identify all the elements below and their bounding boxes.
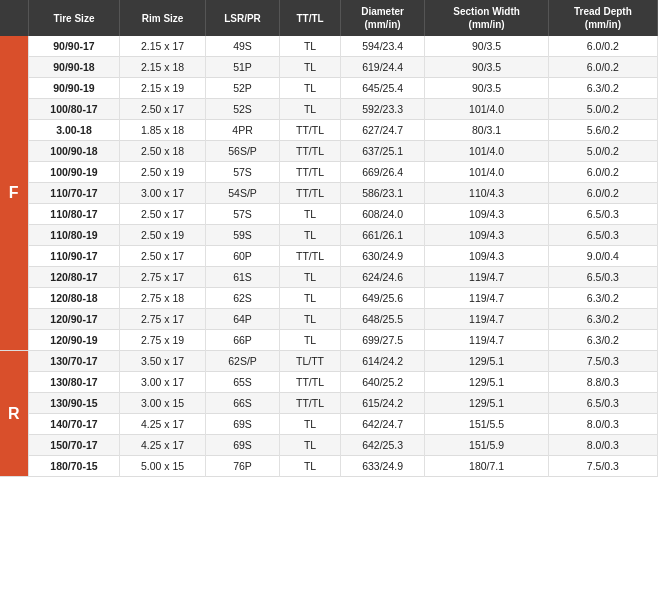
tt-tl-cell: TL [280, 225, 340, 246]
diameter-cell: 615/24.2 [340, 393, 425, 414]
tt-tl-cell: TL [280, 204, 340, 225]
lsr-pr-cell: 62S/P [205, 351, 280, 372]
tire-size-cell: 120/90-19 [28, 330, 120, 351]
tt-tl-cell: TL [280, 57, 340, 78]
diameter-cell: 608/24.0 [340, 204, 425, 225]
lsr-pr-cell: 60P [205, 246, 280, 267]
table-row: 110/80-172.50 x 1757STL608/24.0109/4.36.… [0, 204, 658, 225]
lsr-pr-cell: 49S [205, 36, 280, 57]
tread-depth-cell: 6.5/0.3 [548, 225, 657, 246]
rim-size-cell: 2.50 x 19 [120, 225, 205, 246]
tire-size-cell: 100/80-17 [28, 99, 120, 120]
lsr-pr-cell: 69S [205, 435, 280, 456]
lsr-pr-cell: 57S [205, 204, 280, 225]
table-row: 110/90-172.50 x 1760PTT/TL630/24.9109/4.… [0, 246, 658, 267]
section-width-cell: 80/3.1 [425, 120, 548, 141]
tread-depth-header: Tread Depth(mm/in) [548, 0, 657, 36]
table-row: 130/80-173.00 x 1765STT/TL640/25.2129/5.… [0, 372, 658, 393]
diameter-cell: 619/24.4 [340, 57, 425, 78]
section-width-cell: 119/4.7 [425, 288, 548, 309]
tt-tl-cell: TT/TL [280, 162, 340, 183]
tt-tl-cell: TT/TL [280, 246, 340, 267]
tire-size-cell: 90/90-18 [28, 57, 120, 78]
table-row: 140/70-174.25 x 1769STL642/24.7151/5.58.… [0, 414, 658, 435]
tire-size-cell: 140/70-17 [28, 414, 120, 435]
tire-size-cell: 130/80-17 [28, 372, 120, 393]
table-row: 90/90-182.15 x 1851PTL619/24.490/3.56.0/… [0, 57, 658, 78]
tread-depth-cell: 6.0/0.2 [548, 57, 657, 78]
tt-tl-cell: TL [280, 414, 340, 435]
section-width-header: Section Width(mm/in) [425, 0, 548, 36]
diameter-cell: 699/27.5 [340, 330, 425, 351]
tire-size-cell: 150/70-17 [28, 435, 120, 456]
diameter-cell: 661/26.1 [340, 225, 425, 246]
diameter-cell: 592/23.3 [340, 99, 425, 120]
tire-specs-table: Tire Size Rim Size LSR/PR TT/TL Diameter… [0, 0, 658, 477]
table-row: 3.00-181.85 x 184PRTT/TL627/24.780/3.15.… [0, 120, 658, 141]
tire-size-cell: 90/90-17 [28, 36, 120, 57]
lsr-pr-cell: 64P [205, 309, 280, 330]
tread-depth-cell: 6.5/0.3 [548, 204, 657, 225]
rim-size-cell: 1.85 x 18 [120, 120, 205, 141]
tread-depth-cell: 6.5/0.3 [548, 267, 657, 288]
table-row: 120/80-182.75 x 1862STL649/25.6119/4.76.… [0, 288, 658, 309]
table-row: F90/90-172.15 x 1749STL594/23.490/3.56.0… [0, 36, 658, 57]
rim-size-cell: 2.50 x 17 [120, 99, 205, 120]
section-width-cell: 101/4.0 [425, 162, 548, 183]
tread-depth-cell: 7.5/0.3 [548, 456, 657, 477]
section-width-cell: 90/3.5 [425, 78, 548, 99]
rim-size-cell: 2.50 x 18 [120, 141, 205, 162]
section-width-cell: 129/5.1 [425, 351, 548, 372]
rim-size-cell: 2.15 x 19 [120, 78, 205, 99]
tt-tl-cell: TT/TL [280, 120, 340, 141]
tt-tl-cell: TL [280, 99, 340, 120]
rim-size-cell: 3.00 x 17 [120, 183, 205, 204]
tire-size-cell: 180/70-15 [28, 456, 120, 477]
section-width-cell: 109/4.3 [425, 246, 548, 267]
table-row: 110/80-192.50 x 1959STL661/26.1109/4.36.… [0, 225, 658, 246]
table-row: 120/90-192.75 x 1966PTL699/27.5119/4.76.… [0, 330, 658, 351]
table-row: 100/80-172.50 x 1752STL592/23.3101/4.05.… [0, 99, 658, 120]
table-row: 110/70-173.00 x 1754S/PTT/TL586/23.1110/… [0, 183, 658, 204]
lsr-pr-cell: 59S [205, 225, 280, 246]
tire-size-cell: 100/90-18 [28, 141, 120, 162]
rim-size-cell: 5.00 x 15 [120, 456, 205, 477]
tt-tl-cell: TL [280, 456, 340, 477]
tire-size-cell: 110/70-17 [28, 183, 120, 204]
tire-size-cell: 3.00-18 [28, 120, 120, 141]
tt-tl-cell: TL [280, 78, 340, 99]
tire-size-cell: 110/80-19 [28, 225, 120, 246]
section-width-cell: 90/3.5 [425, 36, 548, 57]
rim-size-cell: 3.00 x 17 [120, 372, 205, 393]
diameter-cell: 669/26.4 [340, 162, 425, 183]
tt-tl-cell: TL [280, 36, 340, 57]
rim-size-cell: 3.50 x 17 [120, 351, 205, 372]
diameter-cell: 642/24.7 [340, 414, 425, 435]
tt-tl-cell: TL [280, 288, 340, 309]
diameter-header: Diameter(mm/in) [340, 0, 425, 36]
section-width-cell: 151/5.9 [425, 435, 548, 456]
section-width-cell: 119/4.7 [425, 309, 548, 330]
diameter-cell: 624/24.6 [340, 267, 425, 288]
tread-depth-cell: 6.5/0.3 [548, 393, 657, 414]
lsr-pr-cell: 66P [205, 330, 280, 351]
section-header [0, 0, 28, 36]
lsr-pr-cell: 4PR [205, 120, 280, 141]
diameter-cell: 649/25.6 [340, 288, 425, 309]
tread-depth-cell: 5.0/0.2 [548, 141, 657, 162]
table-row: R130/70-173.50 x 1762S/PTL/TT614/24.2129… [0, 351, 658, 372]
rim-size-cell: 2.75 x 17 [120, 267, 205, 288]
lsr-pr-header: LSR/PR [205, 0, 280, 36]
diameter-cell: 642/25.3 [340, 435, 425, 456]
section-width-cell: 110/4.3 [425, 183, 548, 204]
table-row: 150/70-174.25 x 1769STL642/25.3151/5.98.… [0, 435, 658, 456]
section-width-cell: 180/7.1 [425, 456, 548, 477]
diameter-cell: 637/25.1 [340, 141, 425, 162]
tt-tl-cell: TL/TT [280, 351, 340, 372]
tread-depth-cell: 8.8/0.3 [548, 372, 657, 393]
tire-specs-table-container: Tire Size Rim Size LSR/PR TT/TL Diameter… [0, 0, 658, 477]
tread-depth-cell: 8.0/0.3 [548, 435, 657, 456]
rim-size-cell: 2.15 x 17 [120, 36, 205, 57]
diameter-cell: 648/25.5 [340, 309, 425, 330]
rim-size-cell: 2.50 x 17 [120, 246, 205, 267]
